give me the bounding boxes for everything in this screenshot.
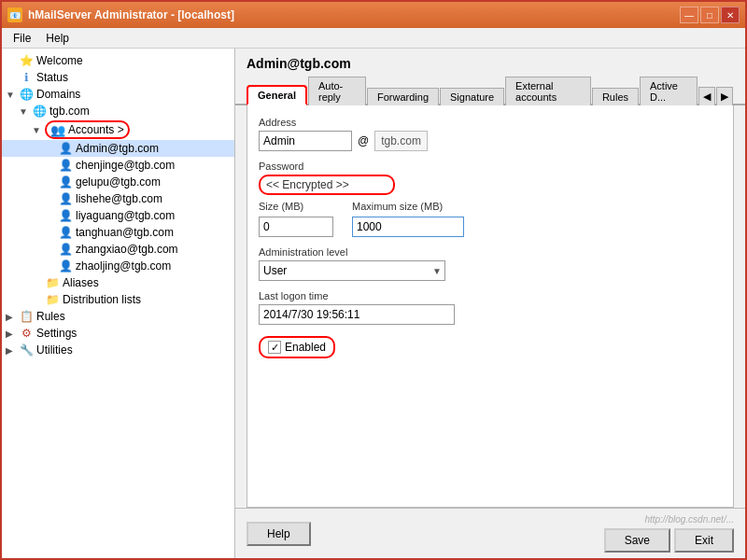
aliases-icon: 📁 bbox=[45, 275, 60, 290]
address-input[interactable] bbox=[259, 131, 352, 151]
zhangxiao-icon: 👤 bbox=[58, 242, 73, 257]
form-panel: Address @ tgb.com Password Size (MB) bbox=[247, 105, 734, 508]
sidebar-item-settings[interactable]: ▶ ⚙ Settings bbox=[2, 325, 234, 342]
tab-more-button[interactable]: ◀ bbox=[698, 87, 715, 105]
sidebar-item-rules[interactable]: ▶ 📋 Rules bbox=[2, 308, 234, 325]
enabled-checkbox[interactable] bbox=[268, 341, 281, 354]
distribution-icon: 📁 bbox=[45, 292, 60, 307]
admin-level-row: User Administrator ▼ bbox=[259, 260, 722, 281]
tab-more-right-button[interactable]: ▶ bbox=[716, 87, 733, 105]
tab-general[interactable]: General bbox=[247, 85, 307, 105]
password-label: Password bbox=[259, 161, 722, 172]
account-title: Admin@tgb.com bbox=[235, 49, 745, 75]
sidebar-item-status[interactable]: ℹ Status bbox=[2, 69, 234, 86]
sidebar-item-zhangxiao[interactable]: 👤 zhangxiao@tgb.com bbox=[2, 241, 234, 258]
close-button[interactable]: ✕ bbox=[721, 7, 740, 23]
enabled-label: Enabled bbox=[285, 341, 326, 354]
sidebar: ⭐ Welcome ℹ Status ▼ 🌐 Domains ▼ 🌐 tgb.c… bbox=[2, 49, 235, 558]
tab-auto-reply[interactable]: Auto-reply bbox=[308, 77, 366, 105]
password-input[interactable] bbox=[266, 178, 388, 191]
sidebar-item-tanghuan[interactable]: 👤 tanghuan@tgb.com bbox=[2, 224, 234, 241]
main-area: ⭐ Welcome ℹ Status ▼ 🌐 Domains ▼ 🌐 tgb.c… bbox=[2, 49, 745, 558]
size-group: Size (MB) bbox=[259, 201, 333, 237]
menu-bar: File Help bbox=[2, 28, 745, 49]
help-button[interactable]: Help bbox=[247, 522, 311, 546]
max-size-group: Maximum size (MB) bbox=[352, 201, 464, 237]
sidebar-item-liyaguang[interactable]: 👤 liyaguang@tgb.com bbox=[2, 207, 234, 224]
utilities-icon: 🔧 bbox=[19, 343, 34, 357]
enabled-row: Enabled bbox=[259, 330, 722, 358]
domains-icon: 🌐 bbox=[19, 87, 34, 102]
chenjinge-icon: 👤 bbox=[58, 158, 73, 173]
minimize-button[interactable]: — bbox=[680, 7, 698, 23]
max-size-label: Maximum size (MB) bbox=[352, 201, 464, 212]
tab-active-d[interactable]: Active D... bbox=[640, 77, 698, 105]
tab-external-accounts[interactable]: External accounts bbox=[505, 77, 591, 105]
admin-user-icon: 👤 bbox=[58, 141, 73, 156]
last-logon-row bbox=[259, 304, 722, 325]
menu-help[interactable]: Help bbox=[38, 30, 77, 47]
address-row: @ tgb.com bbox=[259, 131, 722, 151]
sidebar-item-aliases[interactable]: 📁 Aliases bbox=[2, 274, 234, 291]
title-bar-left: 📧 hMailServer Administrator - [localhost… bbox=[7, 7, 234, 22]
content-panel: Admin@tgb.com General Auto-reply Forward… bbox=[235, 49, 745, 558]
tanghuan-icon: 👤 bbox=[58, 225, 73, 240]
sidebar-item-accounts[interactable]: ▼ 👥 Accounts > bbox=[2, 119, 234, 140]
tabs-container: General Auto-reply Forwarding Signature … bbox=[235, 75, 745, 105]
lishehe-icon: 👤 bbox=[58, 191, 73, 206]
settings-icon: ⚙ bbox=[19, 326, 34, 341]
bottom-bar: Help http://blog.csdn.net/... Save Exit bbox=[235, 508, 745, 558]
gelupu-icon: 👤 bbox=[58, 175, 73, 189]
window-title: hMailServer Administrator - [localhost] bbox=[28, 8, 234, 21]
menu-file[interactable]: File bbox=[6, 30, 38, 47]
size-input[interactable] bbox=[259, 217, 333, 237]
tgb-icon: 🌐 bbox=[32, 104, 47, 119]
bottom-buttons: Save Exit bbox=[604, 528, 734, 553]
sidebar-item-zhaoljing[interactable]: 👤 zhaoljing@tgb.com bbox=[2, 258, 234, 274]
sidebar-item-utilities[interactable]: ▶ 🔧 Utilities bbox=[2, 342, 234, 358]
sidebar-item-gelupu[interactable]: 👤 gelupu@tgb.com bbox=[2, 174, 234, 190]
tab-forwarding[interactable]: Forwarding bbox=[367, 88, 439, 105]
admin-level-label: Administration level bbox=[259, 246, 722, 258]
password-row bbox=[259, 175, 722, 195]
last-logon-label: Last logon time bbox=[259, 290, 722, 301]
title-bar-buttons: — □ ✕ bbox=[680, 7, 740, 23]
size-label: Size (MB) bbox=[259, 201, 333, 212]
sidebar-item-domains[interactable]: ▼ 🌐 Domains bbox=[2, 86, 234, 103]
rules-icon: 📋 bbox=[19, 309, 34, 324]
accounts-highlight: 👥 Accounts > bbox=[45, 120, 130, 139]
size-row: Size (MB) Maximum size (MB) bbox=[259, 201, 722, 237]
save-button[interactable]: Save bbox=[604, 528, 670, 553]
domain-label: tgb.com bbox=[374, 131, 428, 151]
main-window: 📧 hMailServer Administrator - [localhost… bbox=[0, 0, 747, 560]
maximize-button[interactable]: □ bbox=[700, 7, 719, 23]
last-logon-input[interactable] bbox=[259, 304, 455, 325]
sidebar-item-lishehe[interactable]: 👤 lishehe@tgb.com bbox=[2, 190, 234, 207]
tab-rules[interactable]: Rules bbox=[592, 88, 639, 105]
accounts-icon: 👥 bbox=[50, 122, 65, 137]
sidebar-item-admin[interactable]: 👤 Admin@tgb.com bbox=[2, 140, 234, 157]
app-icon: 📧 bbox=[7, 7, 22, 22]
address-label: Address bbox=[259, 117, 722, 128]
admin-level-select[interactable]: User Administrator bbox=[259, 260, 445, 281]
status-icon: ℹ bbox=[19, 70, 34, 85]
zhaoljing-icon: 👤 bbox=[58, 259, 73, 273]
watermark: http://blog.csdn.net/... bbox=[644, 514, 734, 525]
title-bar: 📧 hMailServer Administrator - [localhost… bbox=[2, 2, 745, 28]
at-symbol: @ bbox=[356, 134, 371, 147]
admin-level-wrapper: User Administrator ▼ bbox=[259, 260, 445, 281]
password-highlight bbox=[259, 175, 395, 195]
sidebar-item-welcome[interactable]: ⭐ Welcome bbox=[2, 52, 234, 69]
max-size-input[interactable] bbox=[352, 217, 464, 237]
tab-signature[interactable]: Signature bbox=[440, 88, 504, 105]
sidebar-item-tgb[interactable]: ▼ 🌐 tgb.com bbox=[2, 103, 234, 119]
enabled-highlight: Enabled bbox=[259, 336, 335, 358]
welcome-icon: ⭐ bbox=[19, 53, 34, 68]
bottom-right: http://blog.csdn.net/... Save Exit bbox=[604, 514, 734, 553]
liyaguang-icon: 👤 bbox=[58, 208, 73, 223]
sidebar-item-distribution[interactable]: 📁 Distribution lists bbox=[2, 291, 234, 308]
sidebar-item-chenjinge[interactable]: 👤 chenjinge@tgb.com bbox=[2, 157, 234, 174]
exit-button[interactable]: Exit bbox=[674, 528, 734, 553]
